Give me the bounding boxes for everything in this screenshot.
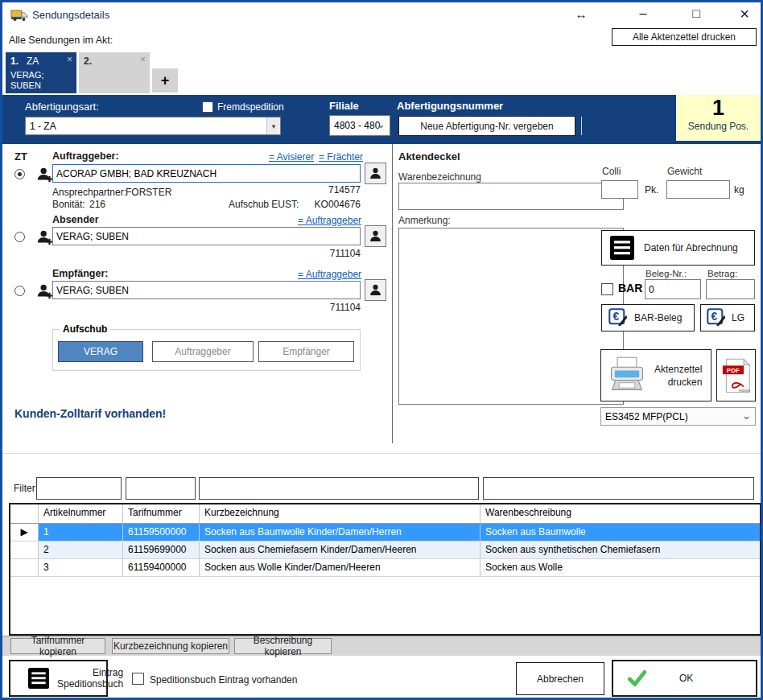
absender-label: Absender (52, 214, 99, 225)
aufschub-verag-button[interactable]: VERAG (58, 341, 143, 362)
absender-kundennr: 711104 (280, 248, 361, 259)
aufschub-legend: Aufschub (60, 323, 110, 335)
person-add-icon[interactable] (36, 166, 54, 183)
abfertigungsart-value: 1 - ZA (30, 121, 56, 132)
cell-artikelnummer[interactable]: 1 (39, 524, 123, 541)
speditionsbuch-checkbox[interactable] (132, 673, 144, 685)
printer-select[interactable]: ES3452 MFP(PCL) ⌄ (600, 407, 756, 426)
bar-beleg-label: BAR-Beleg (634, 312, 682, 323)
anmerkung-input[interactable] (398, 228, 624, 405)
beleg-nr-label: Beleg-Nr.: (645, 269, 687, 278)
speditionsbuch-checkbox-label: Speditionsbuch Eintrag vorhanden (150, 674, 297, 686)
app-truck-icon (10, 8, 28, 22)
betrag-input[interactable] (706, 279, 755, 299)
avisierer-link[interactable]: = Avisierer (269, 151, 314, 163)
cell-warenbeschreibung[interactable]: Socken aus Baumwolle (480, 524, 760, 541)
auftraggeber-person-button[interactable] (365, 163, 386, 184)
absender-auftraggeber-link[interactable]: = Auftraggeber (298, 215, 361, 226)
cell-tarifnummer[interactable]: 61159500000 (123, 524, 200, 541)
cell-artikelnummer[interactable]: 2 (39, 541, 123, 558)
empfaenger-radio[interactable] (14, 286, 25, 296)
person-add-icon[interactable] (36, 229, 54, 246)
euro-receipt-icon: € (707, 308, 726, 327)
minimize-icon[interactable]: – (632, 2, 654, 25)
header-artikelnummer[interactable]: Artikelnummer (39, 504, 123, 523)
person-add-icon[interactable] (36, 282, 54, 300)
fremdspedition-checkbox[interactable] (202, 101, 213, 113)
table-row[interactable]: 3 61159400000 Socken aus Wolle Kinder/Da… (10, 559, 760, 577)
aufschub-empfaenger-button[interactable]: Empfänger (258, 341, 354, 362)
pdf-export-button[interactable]: PDF Adobe (716, 349, 756, 401)
cell-artikelnummer[interactable]: 3 (39, 559, 123, 576)
abfertigungsart-select[interactable]: 1 - ZA ▾ (25, 117, 281, 135)
resize-icon[interactable]: ↔ (570, 2, 592, 25)
auftraggeber-input[interactable] (52, 164, 361, 183)
tab-sendung-2[interactable]: 2. × (79, 52, 150, 93)
copy-tarifnummer-button[interactable]: Tarifnummer kopieren (10, 638, 105, 654)
ansprechpartner-value: FORSTER (126, 187, 171, 198)
lg-button[interactable]: € LG (700, 304, 755, 331)
auftraggeber-radio[interactable] (14, 169, 25, 179)
absender-radio[interactable] (14, 232, 25, 242)
header-tarifnummer[interactable]: Tarifnummer (123, 504, 200, 523)
print-all-aktenzettel-button[interactable]: Alle Aktenzettel drucken (612, 28, 757, 46)
tabs-caption: Alle Sendungen im Akt: (9, 35, 113, 46)
cell-tarifnummer[interactable]: 61159699000 (123, 541, 200, 558)
beleg-nr-input[interactable] (645, 279, 701, 299)
header-warenbeschreibung[interactable]: Warenbeschreibung (480, 504, 760, 523)
svg-text:€: € (613, 311, 620, 323)
bar-checkbox[interactable] (601, 283, 613, 295)
cell-kurzbezeichnung[interactable]: Socken aus Wolle Kinder/Damen/Heeren (200, 559, 480, 576)
tab2-close-icon[interactable]: × (140, 54, 146, 65)
window-title: Sendungsdetails (32, 9, 109, 21)
absender-input[interactable] (52, 227, 361, 245)
header-kurzbezeichnung[interactable]: Kurzbezeichnung (200, 504, 480, 523)
abfertigungsart-dropdown-icon[interactable]: ▾ (266, 117, 280, 134)
warenbezeichnung-label: Warenbezeichnung (398, 171, 481, 183)
add-tab-button[interactable]: + (152, 68, 178, 93)
cell-kurzbezeichnung[interactable]: Socken aus Baumwolle Kinder/Damen/Herren (200, 524, 480, 541)
table-row[interactable]: 2 61159699000 Socken aus Chemiefasern Ki… (10, 541, 760, 559)
close-icon[interactable]: × (732, 2, 757, 25)
printer-chevron-icon[interactable]: ⌄ (742, 410, 751, 422)
ok-label: OK (679, 673, 693, 684)
eintrag-speditionsbuch-button[interactable]: Eintrag Speditionsbuch (9, 660, 108, 697)
zolltarif-note: Kunden-Zolltarif vorhanden! (14, 407, 166, 420)
warenbezeichnung-input[interactable] (398, 183, 624, 210)
ok-button[interactable]: OK (612, 660, 757, 697)
filter-tarifnummer-input[interactable] (126, 477, 196, 500)
neue-abfertigungsnummer-button[interactable]: Neue Abfertigung-Nr. vergeben (398, 116, 575, 136)
cell-tarifnummer[interactable]: 61159400000 (123, 559, 200, 576)
colli-input[interactable] (601, 180, 638, 199)
filter-warenbeschreibung-input[interactable] (483, 477, 754, 500)
svg-text:Adobe: Adobe (738, 388, 750, 392)
copy-beschreibung-button[interactable]: Beschreibung kopieren (234, 638, 332, 654)
aktenzettel-drucken-button[interactable]: Aktenzettel drucken (600, 349, 711, 401)
empfaenger-input[interactable] (52, 281, 361, 299)
tab1-close-icon[interactable]: × (67, 54, 72, 65)
daten-abrechnung-button[interactable]: Daten für Abrechnung (601, 230, 755, 266)
absender-person-button[interactable] (365, 225, 386, 247)
table-row[interactable]: ▶ 1 61159500000 Socken aus Baumwolle Kin… (10, 524, 760, 541)
maximize-icon[interactable]: □ (685, 2, 707, 25)
cell-warenbeschreibung[interactable]: Socken aus Wolle (480, 559, 760, 576)
empfaenger-person-button[interactable] (365, 279, 386, 301)
bar-beleg-button[interactable]: € BAR-Beleg (601, 304, 695, 331)
fraechter-link[interactable]: = Frächter (319, 151, 363, 163)
filter-artikelnummer-input[interactable] (36, 477, 122, 500)
sendung-pos-label: Sendung Pos. (676, 121, 761, 132)
cell-warenbeschreibung[interactable]: Socken aus synthetischen Chemiefasern (480, 541, 760, 558)
tab-sendung-1[interactable]: 1. ZA × VERAG; SUBEN (6, 52, 76, 93)
filiale-select[interactable]: 4803 - 480 ⌄ (329, 115, 390, 136)
cell-kurzbezeichnung[interactable]: Socken aus Chemiefasern Kinder/Damen/Hee… (200, 541, 480, 558)
gewicht-input[interactable] (666, 180, 730, 199)
euro-receipt-icon: € (608, 308, 628, 327)
copy-kurzbezeichnung-button[interactable]: Kurzbezeichnung kopieren (112, 638, 229, 654)
eintrag-label-1: Eintrag (57, 667, 123, 678)
aufschub-auftraggeber-button[interactable]: Auftraggeber (152, 341, 254, 362)
filter-kurzbezeichnung-input[interactable] (199, 477, 479, 500)
abbrechen-button[interactable]: Abbrechen (516, 662, 604, 695)
abfertigung-band: Abfertigungsart: 1 - ZA ▾ Fremdspedition… (2, 95, 761, 144)
filiale-chevron-icon[interactable]: ⌄ (377, 118, 386, 130)
empfaenger-auftraggeber-link[interactable]: = Auftraggeber (298, 269, 361, 280)
